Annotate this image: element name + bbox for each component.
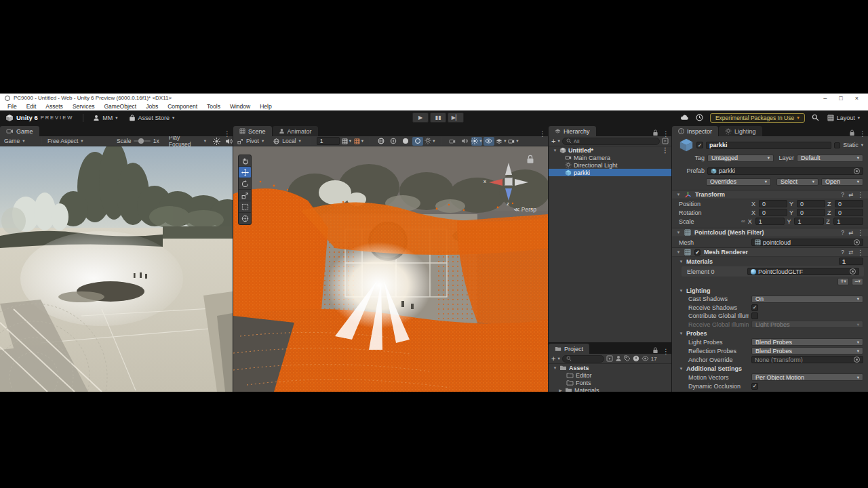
rotate-tool[interactable] [239, 178, 251, 190]
menu-file[interactable]: File [3, 103, 22, 110]
gizmo-x-axis[interactable] [489, 179, 502, 186]
hierarchy-lock-icon[interactable] [652, 129, 658, 136]
asset-store-dropdown[interactable]: Asset Store ▾ [123, 115, 180, 121]
mesh-filter-section-header[interactable]: ▼ Pointcloud (Mesh Filter) ?⇄ [672, 228, 868, 237]
gizmo-z-axis[interactable] [505, 188, 512, 201]
tag-dropdown[interactable]: Untagged [707, 155, 774, 162]
rotation-z-field[interactable]: 0 [835, 209, 863, 216]
project-add-arrow[interactable]: ▾ [557, 356, 559, 361]
layout-dropdown[interactable]: Layout ▾ [826, 115, 861, 121]
help-icon[interactable]: ? [841, 229, 844, 236]
menu-gameobject[interactable]: GameObject [99, 103, 141, 110]
maximize-button[interactable]: □ [839, 95, 842, 102]
light-probes-dropdown[interactable]: Blend Probes [751, 338, 863, 346]
layers-dropdown[interactable]: ▾ [496, 137, 507, 146]
game-viewport[interactable] [0, 146, 233, 392]
hierarchy-add-button[interactable]: + [551, 138, 555, 145]
menu-tools[interactable]: Tools [202, 103, 225, 110]
anchor-object-picker-icon[interactable] [854, 357, 860, 363]
scene-fx-dropdown[interactable]: ▾ [425, 137, 435, 146]
scale-x-field[interactable]: 1 [755, 218, 785, 225]
project-lock-icon[interactable] [652, 347, 658, 354]
element0-material-field[interactable]: PointCloudGLTF [747, 268, 859, 275]
scene-menu-kebab-icon[interactable] [539, 127, 546, 139]
grid-visual-dropdown[interactable]: ▾ [341, 137, 352, 146]
position-x-field[interactable]: 0 [759, 200, 787, 207]
remove-material-button[interactable]: − [852, 278, 863, 285]
search-icon[interactable] [812, 114, 819, 121]
effects-dropdown[interactable]: ▾ [471, 137, 482, 146]
gizmo-axis-right[interactable] [515, 179, 528, 186]
local-dropdown[interactable]: Local [269, 136, 305, 146]
shading-mode-icon[interactable] [376, 137, 387, 146]
active-checkbox[interactable]: ✓ [696, 142, 703, 148]
snap-dropdown[interactable]: ▾ [353, 137, 364, 146]
hierarchy-add-arrow[interactable]: ▾ [557, 138, 559, 144]
project-folder-editor[interactable]: Editor [549, 371, 671, 379]
pause-button[interactable]: ▮▮ [430, 113, 446, 123]
menu-assets[interactable]: Assets [41, 103, 68, 110]
camera-cull-icon[interactable] [447, 137, 458, 146]
scene-row-kebab-icon[interactable] [662, 146, 671, 154]
minimize-button[interactable]: – [823, 95, 827, 102]
project-add-button[interactable]: + [551, 355, 555, 363]
lighting-section-title[interactable]: Lighting [686, 287, 711, 294]
experimental-packages-button[interactable]: Experimental Packages In Use ▾ [710, 113, 805, 123]
close-button[interactable]: × [855, 95, 859, 102]
scale-slider[interactable] [134, 140, 150, 142]
preset-icon[interactable]: ⇄ [848, 191, 853, 198]
history-icon[interactable] [696, 114, 703, 121]
mesh-renderer-enabled-checkbox[interactable]: ✓ [694, 249, 701, 256]
materials-count-field[interactable]: 1 [839, 258, 863, 265]
layer-dropdown[interactable]: Default [797, 155, 863, 162]
preset-icon[interactable]: ⇄ [848, 229, 853, 236]
play-focused-dropdown[interactable]: Play Focused [165, 136, 210, 146]
inspector-menu-kebab-icon[interactable] [859, 127, 866, 139]
gameobject-name-field[interactable]: parkki [706, 142, 831, 149]
step-button[interactable]: ▶▏ [448, 113, 464, 123]
hand-tool[interactable] [239, 155, 251, 167]
static-dropdown-arrow[interactable]: ▾ [861, 142, 863, 148]
grid-size-field[interactable]: 1 [317, 137, 340, 145]
additional-settings-title[interactable]: Additional Settings [686, 365, 742, 372]
transform-tool[interactable] [239, 213, 251, 224]
move-tool[interactable] [239, 167, 251, 178]
menu-edit[interactable]: Edit [22, 103, 41, 110]
cast-shadows-dropdown[interactable]: On [751, 296, 863, 303]
hierarchy-item-parkki[interactable]: parkki [549, 169, 671, 176]
gameobject-prefab-icon[interactable] [679, 138, 694, 152]
menu-services[interactable]: Services [68, 103, 100, 110]
transform-kebab-icon[interactable] [857, 191, 864, 199]
preset-icon[interactable]: ⇄ [848, 249, 853, 256]
scale-z-field[interactable]: 1 [833, 218, 863, 225]
anchor-override-field[interactable]: None (Transform) [751, 356, 863, 363]
project-menu-kebab-icon[interactable] [663, 344, 669, 357]
account-dropdown[interactable]: MM ▾ [87, 115, 123, 121]
mesh-object-picker-icon[interactable] [854, 239, 860, 245]
hierarchy-item-directional-light[interactable]: Directional Light [549, 161, 671, 169]
scale-tool[interactable] [239, 190, 251, 201]
position-z-field[interactable]: 0 [835, 200, 863, 207]
tab-game[interactable]: Game [0, 126, 39, 136]
pivot-dropdown[interactable]: Pivot [233, 136, 268, 146]
hierarchy-menu-kebab-icon[interactable] [663, 127, 669, 139]
filter-by-type-icon[interactable] [615, 355, 622, 362]
tab-scene[interactable]: Scene [233, 126, 272, 136]
scene-skybox-icon[interactable] [412, 137, 423, 146]
stats-burst-icon[interactable] [213, 138, 220, 145]
add-material-button[interactable]: + [837, 278, 849, 285]
audio-off-icon[interactable] [459, 137, 470, 146]
project-picker-icon[interactable] [606, 355, 613, 362]
warnings-icon[interactable] [633, 355, 639, 362]
rotation-x-field[interactable]: 0 [759, 209, 787, 216]
material-object-picker-icon[interactable] [850, 268, 856, 274]
game-menu-kebab-icon[interactable] [224, 127, 231, 139]
rect-tool[interactable] [239, 201, 251, 213]
cloud-icon[interactable] [680, 115, 689, 121]
scene-orientation-gizmo[interactable]: x z [486, 164, 531, 206]
project-folder-materials[interactable]: ▶ Materials [549, 386, 671, 392]
static-checkbox[interactable] [834, 142, 840, 148]
receive-shadows-checkbox[interactable]: ✓ [751, 304, 758, 311]
mesh-filter-kebab-icon[interactable] [857, 229, 864, 237]
hierarchy-search[interactable] [562, 138, 660, 145]
